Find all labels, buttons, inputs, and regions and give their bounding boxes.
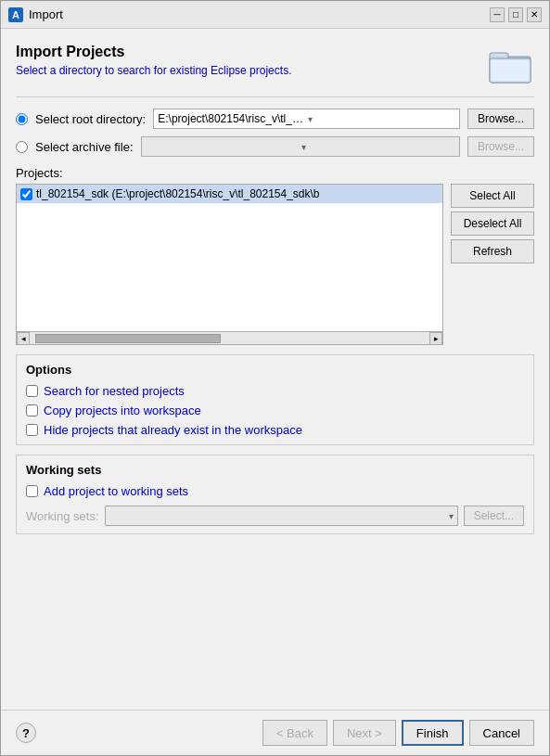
- copy-projects-label[interactable]: Copy projects into workspace: [44, 404, 201, 417]
- bottom-bar: ? < Back Next > Finish Cancel: [1, 710, 549, 755]
- project-item-label: tl_802154_sdk (E:\project\802154\risc_v\…: [36, 187, 320, 200]
- spacer: [16, 544, 534, 695]
- maximize-button[interactable]: □: [508, 7, 523, 22]
- folder-icon: [488, 44, 534, 85]
- archive-dropdown-arrow-icon: ▾: [301, 142, 455, 152]
- refresh-button[interactable]: Refresh: [451, 239, 534, 263]
- dropdown-arrow-icon: ▾: [308, 114, 455, 124]
- add-project-row: Add project to working sets: [26, 484, 524, 498]
- nav-buttons: < Back Next > Finish Cancel: [262, 720, 534, 746]
- minimize-button[interactable]: ─: [490, 7, 505, 22]
- root-directory-value: E:\project\802154\risc_v\tl_802154: [158, 112, 305, 125]
- select-all-button[interactable]: Select All: [451, 184, 534, 208]
- svg-rect-3: [492, 60, 529, 81]
- root-directory-row: Select root directory: E:\project\802154…: [16, 109, 534, 129]
- projects-area: tl_802154_sdk (E:\project\802154\risc_v\…: [16, 184, 534, 345]
- search-nested-checkbox[interactable]: [26, 385, 38, 397]
- projects-list[interactable]: tl_802154_sdk (E:\project\802154\risc_v\…: [16, 184, 443, 332]
- help-button[interactable]: ?: [16, 723, 36, 743]
- copy-projects-checkbox[interactable]: [26, 404, 38, 416]
- scroll-left-button[interactable]: ◂: [17, 332, 30, 345]
- project-checkbox[interactable]: [20, 188, 32, 200]
- archive-browse-button[interactable]: Browse...: [467, 136, 534, 157]
- working-sets-label-row: Working sets: ▾ Select...: [26, 506, 524, 526]
- next-button[interactable]: Next >: [333, 720, 396, 746]
- back-button[interactable]: < Back: [262, 720, 327, 746]
- root-directory-radio[interactable]: [16, 113, 28, 125]
- main-content: Import Projects Select a directory to se…: [1, 29, 549, 710]
- root-directory-dropdown[interactable]: E:\project\802154\risc_v\tl_802154 ▾: [153, 109, 460, 129]
- window-title: Import: [29, 7, 63, 21]
- working-sets-section: Working sets Add project to working sets…: [16, 455, 534, 534]
- options-title: Options: [26, 363, 524, 377]
- header-separator: [16, 96, 534, 97]
- title-bar-controls: ─ □ ✕: [490, 7, 542, 22]
- title-bar-left: A Import: [8, 7, 63, 22]
- add-project-checkbox[interactable]: [26, 485, 38, 497]
- header-section: Import Projects Select a directory to se…: [16, 44, 534, 85]
- archive-file-radio[interactable]: [16, 141, 28, 153]
- title-bar: A Import ─ □ ✕: [1, 1, 549, 29]
- close-button[interactable]: ✕: [527, 7, 542, 22]
- options-section: Options Search for nested projects Copy …: [16, 354, 534, 445]
- header-text: Import Projects Select a directory to se…: [16, 44, 291, 77]
- hide-projects-row: Hide projects that already exist in the …: [26, 423, 524, 437]
- root-browse-button[interactable]: Browse...: [467, 109, 534, 129]
- working-sets-label: Working sets:: [26, 509, 99, 523]
- select-button[interactable]: Select...: [464, 506, 524, 526]
- copy-projects-row: Copy projects into workspace: [26, 404, 524, 417]
- archive-file-row: Select archive file: ▾ Browse...: [16, 136, 534, 157]
- list-item[interactable]: tl_802154_sdk (E:\project\802154\risc_v\…: [17, 185, 442, 203]
- projects-section: Projects: tl_802154_sdk (E:\project\8021…: [16, 166, 534, 345]
- import-dialog: A Import ─ □ ✕ Import Projects Select a …: [0, 0, 550, 756]
- app-icon: A: [8, 7, 23, 22]
- projects-buttons: Select All Deselect All Refresh: [451, 184, 534, 345]
- add-project-label[interactable]: Add project to working sets: [44, 484, 188, 498]
- cancel-button[interactable]: Cancel: [469, 720, 534, 746]
- scroll-right-button[interactable]: ▸: [429, 332, 442, 345]
- finish-button[interactable]: Finish: [402, 720, 464, 746]
- hide-projects-checkbox[interactable]: [26, 424, 38, 436]
- root-directory-label[interactable]: Select root directory:: [35, 112, 146, 126]
- projects-label: Projects:: [16, 166, 534, 180]
- page-title: Import Projects: [16, 44, 291, 60]
- working-sets-title: Working sets: [26, 463, 524, 477]
- archive-file-dropdown[interactable]: ▾: [141, 136, 460, 157]
- deselect-all-button[interactable]: Deselect All: [451, 211, 534, 236]
- projects-list-container: tl_802154_sdk (E:\project\802154\risc_v\…: [16, 184, 443, 345]
- scroll-thumb[interactable]: [35, 334, 221, 343]
- hide-projects-label[interactable]: Hide projects that already exist in the …: [44, 423, 302, 437]
- search-nested-label[interactable]: Search for nested projects: [44, 384, 185, 398]
- working-sets-dropdown[interactable]: ▾: [105, 506, 458, 526]
- working-sets-dropdown-arrow: ▾: [449, 511, 454, 521]
- page-subtitle: Select a directory to search for existin…: [16, 64, 291, 77]
- search-nested-row: Search for nested projects: [26, 384, 524, 398]
- radio-group: Select root directory: E:\project\802154…: [16, 109, 534, 157]
- archive-file-label[interactable]: Select archive file:: [35, 140, 134, 154]
- horizontal-scrollbar[interactable]: ◂ ▸: [16, 332, 443, 345]
